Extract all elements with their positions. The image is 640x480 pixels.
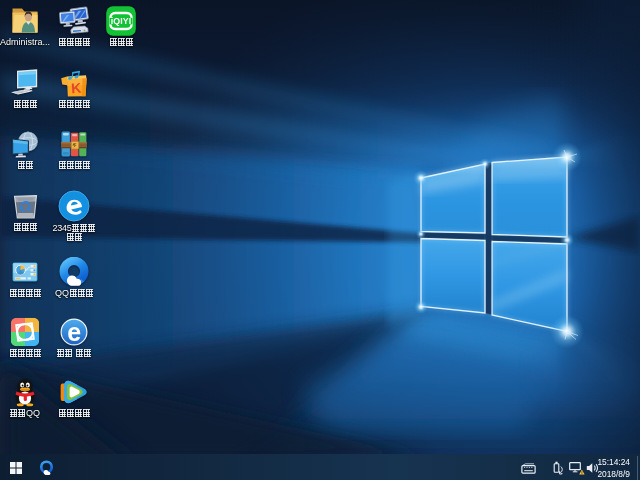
svg-text:K: K (71, 79, 82, 96)
svg-text:e: e (67, 317, 81, 345)
svg-text:iQIYI: iQIYI (111, 16, 132, 26)
